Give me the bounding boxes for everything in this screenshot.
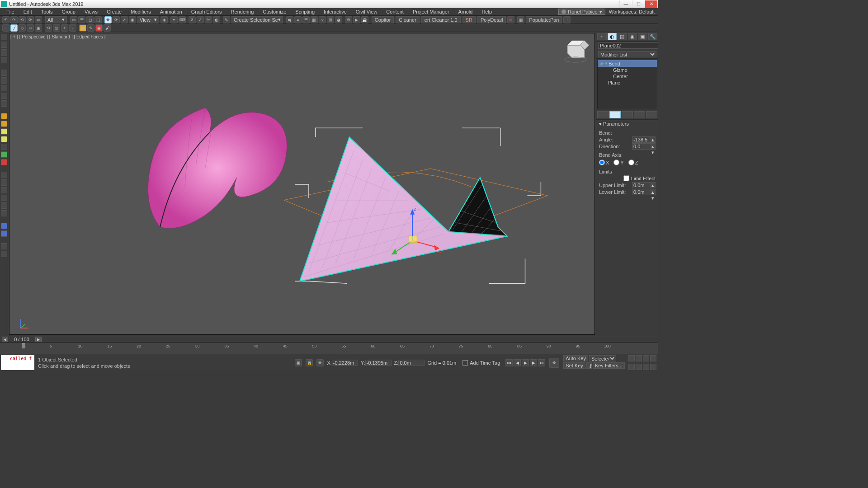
zoom-extents-all-button[interactable] xyxy=(650,355,656,361)
tab-utilities[interactable]: 🔧 xyxy=(648,33,658,40)
modifier-stack-item-gizmo[interactable]: Gizmo xyxy=(598,67,657,73)
close-button[interactable]: ✕ xyxy=(645,0,657,8)
undo-button[interactable]: ↶ xyxy=(2,16,9,23)
angle-field[interactable] xyxy=(632,136,651,143)
curve-editor-button[interactable]: ∿ xyxy=(319,16,326,23)
isolate-selection-button[interactable]: ▣ xyxy=(295,359,302,366)
left-btn-4[interactable] xyxy=(1,57,7,63)
menu-create[interactable]: Create xyxy=(102,8,126,15)
menu-interactive[interactable]: Interactive xyxy=(319,8,351,15)
left-btn-ngon[interactable] xyxy=(1,202,7,209)
populate-icon[interactable]: ▦ xyxy=(517,16,524,23)
minimize-button[interactable]: — xyxy=(619,0,632,8)
x-coord-field[interactable] xyxy=(332,360,358,366)
menu-group[interactable]: Group xyxy=(57,8,80,15)
object-paint-button[interactable]: 🖌 xyxy=(104,24,111,32)
menu-content[interactable]: Content xyxy=(382,8,408,15)
left-btn-light1[interactable] xyxy=(1,223,7,229)
snap-toggle-button[interactable]: 3 xyxy=(189,16,196,23)
mirror-button[interactable]: ⇋ xyxy=(286,16,293,23)
script-close-icon[interactable]: ⊗ xyxy=(507,16,514,23)
time-tag-icon[interactable] xyxy=(462,360,468,366)
upper-limit-field[interactable] xyxy=(632,182,651,188)
menu-arnold[interactable]: Arnold xyxy=(454,8,477,15)
script-copitor[interactable]: Copitor xyxy=(372,16,394,23)
left-btn-cylinder[interactable] xyxy=(1,128,7,135)
script-polydetail[interactable]: PolyDetail xyxy=(477,16,506,23)
modifier-stack-item-bend[interactable]: ◈▾Bend xyxy=(598,60,657,67)
left-btn-camera[interactable] xyxy=(1,243,7,249)
left-btn-helper[interactable] xyxy=(1,251,7,257)
fov-button[interactable] xyxy=(643,364,649,370)
poly-border-button[interactable]: ◇ xyxy=(19,24,26,32)
select-rotate-button[interactable]: ⟳ xyxy=(113,16,120,23)
timeline-prev-button[interactable]: ◀ xyxy=(2,337,8,342)
percent-snap-button[interactable]: % xyxy=(205,16,212,23)
axis-z-radio[interactable]: Z xyxy=(628,160,638,165)
menu-file[interactable]: File xyxy=(2,8,19,15)
poly-element-button[interactable]: ▣ xyxy=(35,24,42,32)
selection-button[interactable]: ◉ xyxy=(95,24,103,32)
menu-help[interactable]: Help xyxy=(477,8,496,15)
timeline-ruler[interactable]: 5101520253035404550556065707580859095100 xyxy=(0,343,658,354)
left-btn-circle[interactable] xyxy=(1,187,7,193)
zoom-button[interactable] xyxy=(628,355,635,361)
orbit-button[interactable] xyxy=(636,364,642,370)
menu-edit[interactable]: Edit xyxy=(19,8,37,15)
limit-effect-checkbox[interactable] xyxy=(623,175,629,181)
lower-limit-spinner[interactable]: ▴▾ xyxy=(651,189,656,195)
left-btn-torus[interactable] xyxy=(1,136,7,142)
transform-type-button[interactable]: ✥ xyxy=(316,359,324,366)
key-mode-toggle[interactable]: ✥ xyxy=(549,358,559,368)
ring-button[interactable]: ◎ xyxy=(53,24,60,32)
menu-tools[interactable]: Tools xyxy=(37,8,57,15)
set-key-flyout[interactable]: ⚷ xyxy=(586,362,592,369)
bind-button[interactable]: ∞ xyxy=(35,16,42,23)
axis-y-radio[interactable]: Y xyxy=(613,160,623,165)
select-object-button[interactable]: ▭ xyxy=(70,16,77,23)
angle-snap-button[interactable]: ∠ xyxy=(197,16,204,23)
left-btn-tube[interactable] xyxy=(1,159,7,165)
next-frame-button[interactable]: ▶ xyxy=(530,359,537,366)
named-selection-dropdown[interactable]: Create Selection Se▾ xyxy=(231,16,283,23)
align-button[interactable]: ≡ xyxy=(294,16,302,23)
grow-button[interactable]: + xyxy=(61,24,68,32)
script-populate[interactable]: Populate:Pan xyxy=(526,16,562,23)
select-scale-button[interactable]: ⤢ xyxy=(121,16,128,23)
redo-button[interactable]: ↷ xyxy=(10,16,18,23)
script-cleaner[interactable]: Cleaner xyxy=(396,16,420,23)
select-move-button[interactable]: ✥ xyxy=(104,16,112,23)
left-btn-2[interactable] xyxy=(1,42,7,48)
prev-frame-button[interactable]: ◀ xyxy=(514,359,521,366)
left-btn-rectangle[interactable] xyxy=(1,179,7,186)
timeline-next-button[interactable]: ▶ xyxy=(35,337,42,342)
render-setup-button[interactable]: ⚙ xyxy=(345,16,352,23)
select-place-button[interactable]: ◉ xyxy=(129,16,136,23)
zoom-all-button[interactable] xyxy=(636,355,642,361)
maximize-viewport-button[interactable] xyxy=(650,364,656,370)
menu-views[interactable]: Views xyxy=(80,8,102,15)
user-account-button[interactable]: Ronel Pabico ▾ xyxy=(558,9,605,15)
upper-limit-spinner[interactable]: ▴▾ xyxy=(651,182,656,188)
menu-civil-view[interactable]: Civil View xyxy=(351,8,382,15)
left-btn-5[interactable] xyxy=(1,70,7,76)
left-btn-box[interactable] xyxy=(1,121,7,127)
menu-modifiers[interactable]: Modifiers xyxy=(126,8,156,15)
left-btn-teapot[interactable] xyxy=(1,144,7,150)
rectangle-region-button[interactable]: ◻ xyxy=(86,16,94,23)
set-key-button[interactable]: Set Key xyxy=(563,362,585,369)
lower-limit-field[interactable] xyxy=(632,189,651,195)
tab-create[interactable]: + xyxy=(597,33,607,40)
tab-motion[interactable]: ◉ xyxy=(628,33,637,40)
rollout-header[interactable]: ▾ Parameters xyxy=(596,120,658,128)
modifier-stack-item-center[interactable]: Center xyxy=(598,73,657,80)
key-selection-dropdown[interactable]: Selected xyxy=(589,355,616,361)
populate-extra-icon[interactable]: ⋮ xyxy=(563,16,571,23)
freeform-button[interactable]: ✎ xyxy=(87,24,94,32)
menu-graph-editors[interactable]: Graph Editors xyxy=(187,8,226,15)
shrink-button[interactable]: - xyxy=(69,24,76,32)
keyboard-shortcut-button[interactable]: ⌨ xyxy=(179,16,186,23)
menu-rendering[interactable]: Rendering xyxy=(226,8,259,15)
left-btn-arc[interactable] xyxy=(1,195,7,201)
key-filters-button[interactable]: Key Filters... xyxy=(593,362,625,369)
